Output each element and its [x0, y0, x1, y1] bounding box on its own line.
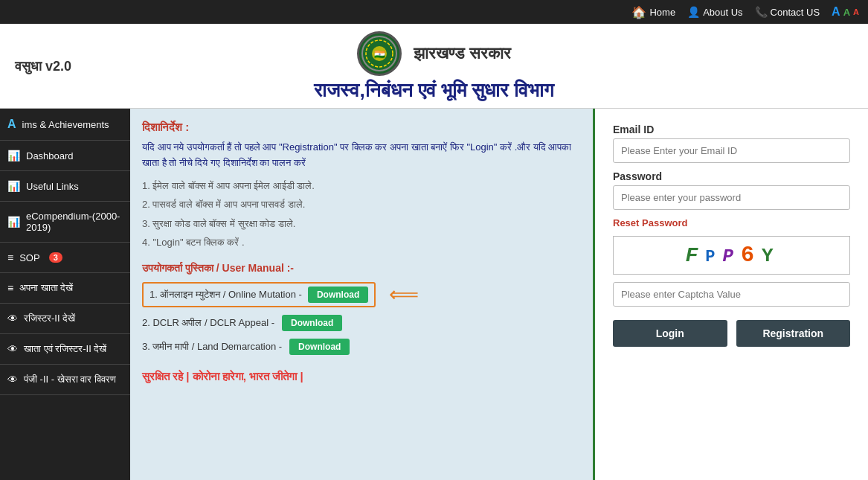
home-nav-item[interactable]: 🏠 Home — [631, 5, 675, 19]
password-input[interactable] — [613, 185, 850, 210]
sidebar-item-ecompendium[interactable]: 📊 eCompendium-(2000-2019) — [0, 202, 130, 243]
font-small-button[interactable]: A — [853, 7, 859, 16]
sidebar-item-dashboard-label: Dashboard — [26, 150, 74, 161]
panji-icon: 👁 — [7, 374, 18, 385]
arrow-indicator: ⟸ — [389, 282, 419, 307]
contact-icon: 📞 — [755, 6, 768, 18]
mutation-label: 1. ऑनलाइन म्युटेशन / Online Mutation - — [150, 289, 302, 301]
sidebar-item-useful-links[interactable]: 📊 Useful Links — [0, 171, 130, 202]
sidebar-item-sop-label: SOP — [19, 252, 39, 263]
ticker-prefix: सुरक्षित रहे | कोरोना हारेगा, भारत जीतेग… — [142, 370, 303, 383]
about-nav-item[interactable]: 👤 About Us — [687, 6, 742, 18]
khata-register-icon: 👁 — [7, 343, 18, 355]
manual-item-mutation: 1. ऑनलाइन म्युटेशन / Online Mutation - D… — [142, 282, 581, 307]
mutation-highlight-box: 1. ऑनलाइन म्युटेशन / Online Mutation - D… — [142, 282, 376, 307]
home-label: Home — [649, 7, 675, 18]
sidebar-item-khata-register-label: खाता एवं रजिस्टर-II देखें — [24, 343, 106, 355]
user-manual-title: उपयोगकर्ता पुस्तिका / User Manual :- — [142, 262, 581, 275]
captcha-input[interactable] — [613, 282, 850, 307]
email-label: Email ID — [613, 124, 850, 135]
state-name-hindi: झारखण्ड सरकार — [414, 44, 510, 63]
directions-intro: यदि आप नये उपयोगकर्ता हैं तो पहले आप "Re… — [142, 140, 581, 171]
land-label: 3. जमीन मापी / Land Demarcation - — [142, 341, 282, 353]
login-panel: Email ID Password Reset Password F P P 6… — [593, 109, 868, 480]
sidebar-item-register2-label: रजिस्टर-II देखें — [24, 313, 75, 324]
department-title: राजस्व,निबंधन एवं भूमि सुधार विभाग — [314, 79, 553, 102]
government-emblem: 🇮🇳 — [357, 31, 402, 76]
reset-password-link[interactable]: Reset Password — [613, 217, 850, 228]
step-3: 3. सुरक्षा कोड वाले बॉक्स में सुरक्षा को… — [142, 217, 581, 231]
sidebar-item-panji[interactable]: 👁 पंजी -II - खेसरा वार विवरण — [0, 365, 130, 395]
svg-text:🇮🇳: 🇮🇳 — [374, 48, 385, 60]
dashboard-icon: 📊 — [7, 150, 20, 161]
captcha-char-3: P — [722, 246, 737, 266]
useful-links-icon: 📊 — [7, 180, 20, 192]
dclr-label: 2. DCLR अपील / DCLR Appeal - — [142, 317, 274, 329]
sidebar: A ims & Achievements 📊 Dashboard 📊 Usefu… — [0, 109, 130, 480]
main-content: दिशानिर्देश : यदि आप नये उपयोगकर्ता हैं … — [130, 109, 593, 480]
registration-button[interactable]: Registration — [736, 320, 851, 347]
sidebar-item-useful-links-label: Useful Links — [26, 181, 79, 192]
directions-title: दिशानिर्देश : — [142, 121, 581, 134]
sidebar-item-sop[interactable]: ≡ SOP 3 — [0, 243, 130, 273]
header-top-row: 🇮🇳 झारखण्ड सरकार — [0, 31, 868, 76]
captcha-char-1: F — [685, 244, 702, 267]
password-label: Password — [613, 170, 850, 182]
brand-logo: वसुधा v2.0 — [15, 58, 71, 74]
about-label: About Us — [703, 7, 742, 18]
sidebar-item-apna-khata[interactable]: ≡ अपना खाता देखें — [0, 273, 130, 304]
top-navigation-bar: 🏠 Home 👤 About Us 📞 Contact US A A A — [0, 0, 868, 24]
step-1: 1. ईमेल वाले बॉक्स में आप अपना ईमेल आईडी… — [142, 179, 581, 193]
register2-icon: 👁 — [7, 313, 18, 324]
sidebar-item-khata-register[interactable]: 👁 खाता एवं रजिस्टर-II देखें — [0, 334, 130, 365]
mutation-download-button[interactable]: Download — [308, 287, 368, 303]
font-size-controls: A A A — [832, 5, 859, 19]
sidebar-item-register2[interactable]: 👁 रजिस्टर-II देखें — [0, 304, 130, 334]
about-icon: 👤 — [687, 6, 700, 18]
sop-badge: 3 — [49, 252, 62, 263]
sidebar-item-dashboard[interactable]: 📊 Dashboard — [0, 141, 130, 171]
captcha-char-5: Y — [762, 245, 778, 267]
captcha-display: F P P 6 Y — [613, 236, 850, 275]
land-download-button[interactable]: Download — [289, 339, 350, 355]
sidebar-item-ecompendium-label: eCompendium-(2000-2019) — [26, 211, 123, 233]
font-medium-button[interactable]: A — [843, 7, 850, 18]
login-button[interactable]: Login — [613, 320, 727, 347]
manual-item-land: 3. जमीन मापी / Land Demarcation - Downlo… — [142, 339, 581, 355]
sidebar-item-aims[interactable]: A ims & Achievements — [0, 109, 130, 141]
page-header: वसुधा v2.0 🇮🇳 झारखण्ड सरकार राजस्व,निबंध… — [0, 24, 868, 109]
email-input[interactable] — [613, 138, 850, 163]
step-2: 2. पासवर्ड वाले बॉक्स में आप अपना पासवर्… — [142, 197, 581, 212]
sidebar-item-apna-khata-label: अपना खाता देखें — [19, 282, 73, 294]
login-buttons-row: Login Registration — [613, 320, 850, 347]
font-large-button[interactable]: A — [832, 5, 840, 19]
captcha-chars: F P P 6 Y — [620, 243, 843, 268]
main-container: A ims & Achievements 📊 Dashboard 📊 Usefu… — [0, 109, 868, 480]
sidebar-item-panji-label: पंजी -II - खेसरा वार विवरण — [24, 374, 116, 385]
step-4: 4. "Login" बटन क्लिक करें . — [142, 235, 581, 250]
ecompendium-icon: 📊 — [7, 216, 20, 228]
apna-khata-icon: ≡ — [7, 282, 13, 294]
aims-icon: A — [7, 118, 16, 131]
covid-ticker: सुरक्षित रहे | कोरोना हारेगा, भारत जीतेग… — [142, 370, 581, 383]
sidebar-item-aims-label: ims & Achievements — [22, 119, 109, 130]
contact-label: Contact US — [771, 7, 820, 18]
home-icon: 🏠 — [631, 5, 646, 19]
sop-icon: ≡ — [7, 252, 13, 263]
manual-item-dclr: 2. DCLR अपील / DCLR Appeal - Download — [142, 315, 581, 331]
contact-nav-item[interactable]: 📞 Contact US — [755, 6, 820, 18]
captcha-char-4: 6 — [741, 243, 759, 268]
dclr-download-button[interactable]: Download — [282, 315, 342, 331]
captcha-char-2: P — [705, 248, 719, 266]
